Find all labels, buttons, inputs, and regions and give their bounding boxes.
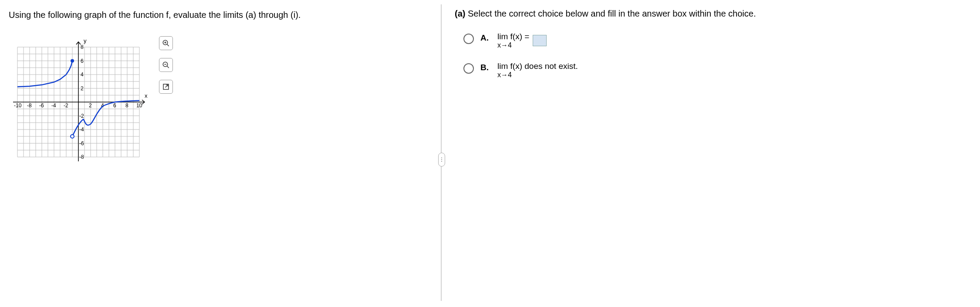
choice-a-row: A. lim f(x) = x→4 [463, 32, 971, 49]
divider-handle-icon [438, 153, 445, 167]
zoom-out-icon [162, 61, 170, 69]
x-axis-label: x [145, 92, 148, 99]
choice-a-content: lim f(x) = x→4 [497, 32, 547, 49]
choice-a-label: A. [480, 33, 491, 43]
svg-line-61 [167, 66, 169, 68]
svg-text:2: 2 [81, 85, 84, 92]
function-graph: y x -10 -8 -6 -4 -2 2 4 6 8 10 2 4 6 8 -… [9, 34, 150, 169]
panel-divider[interactable] [441, 4, 442, 301]
svg-text:-8: -8 [79, 154, 84, 160]
choice-b-radio[interactable] [463, 63, 474, 74]
svg-text:-4: -4 [79, 126, 84, 133]
choice-b-row: B. lim f(x) does not exist. x→4 [463, 61, 971, 79]
svg-line-64 [166, 85, 168, 88]
choice-a-answer-input[interactable] [533, 35, 547, 46]
popout-button[interactable] [159, 80, 173, 94]
popout-icon [162, 83, 170, 91]
svg-text:6: 6 [81, 58, 84, 64]
svg-line-57 [167, 44, 169, 46]
zoom-out-button[interactable] [159, 58, 173, 72]
svg-text:-6: -6 [79, 140, 84, 147]
svg-text:4: 4 [81, 72, 84, 78]
svg-text:2: 2 [89, 102, 92, 109]
svg-text:8: 8 [125, 102, 128, 109]
part-prompt: (a) Select the correct choice below and … [455, 9, 971, 19]
closed-endpoint [71, 59, 74, 63]
zoom-in-button[interactable] [159, 36, 173, 50]
zoom-in-icon [162, 39, 170, 47]
svg-text:-6: -6 [39, 102, 44, 109]
choice-b-label: B. [480, 63, 491, 72]
svg-text:8: 8 [81, 44, 84, 50]
svg-text:-8: -8 [27, 102, 32, 109]
curve-left-branch [17, 61, 72, 87]
svg-text:-2: -2 [79, 113, 84, 119]
y-axis-label: y [84, 38, 87, 44]
question-text: Using the following graph of the functio… [9, 9, 432, 21]
svg-text:10: 10 [136, 102, 142, 109]
svg-text:-10: -10 [14, 102, 22, 109]
choice-a-radio[interactable] [463, 34, 474, 44]
svg-text:-4: -4 [51, 102, 56, 109]
svg-text:6: 6 [113, 102, 116, 109]
open-endpoint [71, 135, 74, 138]
svg-text:-2: -2 [64, 102, 68, 109]
choice-b-content: lim f(x) does not exist. x→4 [497, 61, 578, 79]
